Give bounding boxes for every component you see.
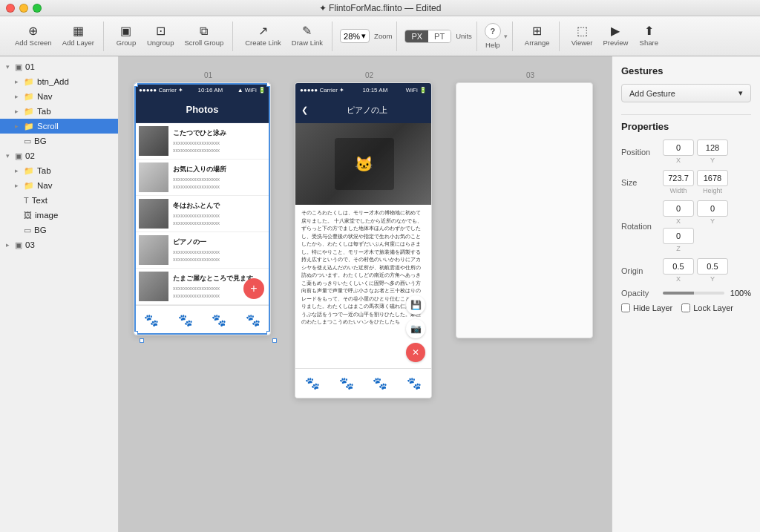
layer-item-bg2[interactable]: ▭ BG bbox=[0, 223, 118, 237]
phone-frame-01: ●●●●● Carrier ✦ 10:16 AM ▲ WiFi 🔋 Photos bbox=[134, 82, 271, 335]
rotation-y-input[interactable]: 0 bbox=[697, 200, 728, 217]
toolbar: ⊕ Add Screen ▦ Add Layer ▣ Group ⊡ Ungro… bbox=[0, 16, 760, 56]
rotation-z-input[interactable]: 0 bbox=[663, 228, 694, 244]
tab-icon-4[interactable]: 🐾 bbox=[246, 313, 261, 327]
layer-item-tab[interactable]: ▸ 📁 Tab bbox=[0, 104, 118, 119]
tab-icon-2[interactable]: 🐾 bbox=[178, 313, 193, 327]
scroll-group-button[interactable]: ⧉ Scroll Group bbox=[180, 22, 228, 50]
preview-button[interactable]: ▶ Preview bbox=[599, 22, 633, 50]
tab-icon-3[interactable]: 🐾 bbox=[212, 313, 226, 327]
folder-icon: 📁 bbox=[24, 77, 34, 87]
layer-item-text[interactable]: T Text bbox=[0, 193, 118, 208]
draw-link-button[interactable]: ✎ Draw Link bbox=[287, 22, 327, 50]
list-item-2[interactable]: お気に入りの場所 xxxxxxxxxxxxxxxxxxxxxxxxxxxxxxx… bbox=[134, 160, 270, 196]
origin-y-input[interactable]: 0.5 bbox=[697, 258, 728, 275]
thumb-3 bbox=[139, 199, 168, 229]
position-y-label: Y bbox=[697, 157, 728, 164]
nav-bar-01: Photos bbox=[134, 96, 270, 123]
pt-button[interactable]: PT bbox=[428, 30, 451, 42]
canvas-inner: 01 ●●●●● Carrier ✦ 10 bbox=[134, 71, 605, 398]
size-height-label: Height bbox=[697, 187, 728, 194]
folder-icon: 📁 bbox=[24, 92, 34, 102]
share-button[interactable]: ⬆ Share bbox=[634, 22, 664, 50]
units-toggle[interactable]: PX PT bbox=[404, 30, 451, 43]
viewer-button[interactable]: ⬚ Viewer bbox=[567, 22, 597, 50]
tab-icon-02-2[interactable]: 🐾 bbox=[339, 376, 354, 390]
add-layer-button[interactable]: ▦ Add Layer bbox=[58, 22, 99, 50]
opacity-value: 100% bbox=[730, 289, 751, 298]
help-button[interactable]: ? bbox=[485, 23, 501, 39]
opacity-slider[interactable] bbox=[663, 292, 724, 295]
expand-icon: ▸ bbox=[15, 108, 24, 115]
link-tools-group: ↗ Create Link ✎ Draw Link bbox=[236, 22, 332, 51]
detail-image-02: 🐱 bbox=[295, 123, 432, 205]
layer-item-nav2[interactable]: ▸ 📁 Nav bbox=[0, 178, 118, 193]
expand-icon: ▸ bbox=[15, 182, 24, 189]
hide-layer-checkbox[interactable] bbox=[621, 303, 630, 312]
window-controls[interactable] bbox=[6, 4, 42, 13]
tab-icon-02-1[interactable]: 🐾 bbox=[305, 376, 320, 390]
layer-item-nav[interactable]: ▸ 📁 Nav bbox=[0, 89, 118, 104]
position-x-input[interactable]: 0 bbox=[663, 139, 694, 156]
expand-icon: ▸ bbox=[15, 122, 24, 130]
lock-layer-item[interactable]: Lock Layer bbox=[681, 303, 733, 312]
px-button[interactable]: PX bbox=[405, 30, 428, 42]
position-x-label: X bbox=[663, 157, 694, 164]
origin-x-input[interactable]: 0.5 bbox=[663, 258, 694, 275]
size-width-label: Width bbox=[663, 187, 694, 194]
thumb-2 bbox=[139, 162, 168, 192]
maximize-button[interactable] bbox=[33, 4, 42, 13]
position-y-input[interactable]: 128 bbox=[697, 139, 728, 156]
layer-item-scroll[interactable]: ▸ 📁 Scroll bbox=[0, 119, 118, 134]
list-item-3[interactable]: 冬はおふとんで xxxxxxxxxxxxxxxxxxxxxxxxxxxxxxxx… bbox=[134, 196, 270, 232]
status-icons-02: WiFi 🔋 bbox=[406, 87, 427, 93]
canvas-area[interactable]: 01 ●●●●● Carrier ✦ 10 bbox=[119, 56, 612, 532]
close-float-btn[interactable]: ✕ bbox=[406, 343, 425, 362]
origin-inputs: 0.5 X 0.5 Y bbox=[663, 258, 728, 283]
units-label: Units bbox=[456, 32, 472, 40]
hide-layer-item[interactable]: Hide Layer bbox=[621, 303, 672, 312]
size-width-input[interactable]: 723.7 bbox=[663, 170, 694, 186]
size-height-input[interactable]: 1678 bbox=[697, 170, 728, 186]
ungroup-button[interactable]: ⊡ Ungroup bbox=[142, 22, 178, 50]
create-link-icon: ↗ bbox=[258, 25, 268, 37]
help-group: ? Help ▾ bbox=[480, 22, 513, 51]
layer-item-tab2[interactable]: ▸ 📁 Tab bbox=[0, 163, 118, 178]
list-item-1[interactable]: こたつでひと泳み xxxxxxxxxxxxxxxxxxxxxxxxxxxxxxx… bbox=[134, 123, 270, 160]
list-item-4[interactable]: ピアノの一 xxxxxxxxxxxxxxxxxxxxxxxxxxxxxxxxxx… bbox=[134, 232, 270, 269]
add-screen-button[interactable]: ⊕ Add Screen bbox=[10, 22, 56, 50]
layer-item-01[interactable]: ▾ ▣ 01 bbox=[0, 59, 118, 74]
group-button[interactable]: ▣ Group bbox=[111, 22, 141, 50]
size-label: Size bbox=[621, 178, 660, 187]
fab-button[interactable]: + bbox=[243, 278, 264, 299]
layer-item-bg[interactable]: ▭ BG bbox=[0, 134, 118, 148]
arrange-button[interactable]: ⊞ Arrange bbox=[520, 22, 554, 50]
tab-icon-1[interactable]: 🐾 bbox=[144, 313, 159, 327]
layer-item-image[interactable]: 🖼 image bbox=[0, 208, 118, 223]
expand-icon: ▸ bbox=[6, 241, 15, 249]
minimize-button[interactable] bbox=[19, 4, 28, 13]
list-text-1: こたつでひと泳み xxxxxxxxxxxxxxxxxxxxxxxxxxxxxxx… bbox=[173, 128, 266, 153]
save-float-btn[interactable]: 💾 bbox=[406, 295, 425, 315]
screen-label-03: 03 bbox=[526, 71, 534, 79]
layer-item-03[interactable]: ▸ ▣ 03 bbox=[0, 237, 118, 252]
back-arrow[interactable]: ❮ bbox=[301, 105, 308, 115]
rotation-x-input[interactable]: 0 bbox=[663, 200, 694, 217]
lock-layer-checkbox[interactable] bbox=[681, 303, 690, 312]
close-button[interactable] bbox=[6, 4, 15, 13]
layer-item-02[interactable]: ▾ ▣ 02 bbox=[0, 148, 118, 163]
tab-icon-02-4[interactable]: 🐾 bbox=[407, 376, 422, 390]
add-gesture-button[interactable]: Add Gesture ▾ bbox=[621, 84, 751, 102]
layer-icon: ▭ bbox=[24, 226, 31, 235]
group-tools-group: ▣ Group ⊡ Ungroup ⧉ Scroll Group bbox=[107, 22, 233, 51]
scroll-group-icon: ⧉ bbox=[200, 25, 208, 37]
zoom-select[interactable]: 28% ▾ bbox=[340, 29, 370, 43]
create-link-button[interactable]: ↗ Create Link bbox=[240, 22, 286, 50]
screen-label-01: 01 bbox=[204, 71, 212, 79]
time-02: 10:15 AM bbox=[363, 87, 388, 93]
camera-float-btn[interactable]: 📷 bbox=[406, 319, 425, 338]
layer-item-btn-add[interactable]: ▸ 📁 btn_Add bbox=[0, 74, 118, 89]
share-icon: ⬆ bbox=[644, 25, 654, 37]
right-panel: Gestures Add Gesture ▾ Properties Positi… bbox=[612, 56, 760, 532]
tab-icon-02-3[interactable]: 🐾 bbox=[373, 376, 387, 390]
